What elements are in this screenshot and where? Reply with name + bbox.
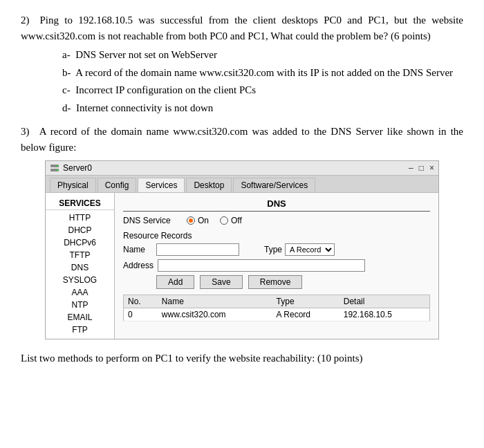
- sidebar-item-email[interactable]: EMAIL: [46, 311, 114, 324]
- address-input[interactable]: [158, 259, 365, 272]
- answer-b-label: b-: [62, 67, 71, 78]
- sidebar-item-http[interactable]: HTTP: [46, 212, 114, 224]
- tab-bar: Physical Config Services Desktop Softwar…: [46, 176, 438, 193]
- cell-name: www.csit320.com: [158, 308, 272, 321]
- question-4-text: List two methods to perform on PC1 to ve…: [21, 351, 463, 366]
- col-detail: Detail: [339, 295, 430, 308]
- sidebar-item-ftp[interactable]: FTP: [46, 324, 114, 336]
- sidebar-item-syslog[interactable]: SYSLOG: [46, 274, 114, 286]
- answer-c: c- Incorrect IP configuration on the cli…: [62, 82, 463, 100]
- services-sidebar: SERVICES HTTP DHCP DHCPv6 TFTP DNS SYSLO…: [46, 193, 115, 339]
- address-label: Address: [123, 261, 153, 270]
- tab-config[interactable]: Config: [97, 178, 137, 192]
- type-group: Type A Record: [264, 243, 335, 256]
- question-2: 2) Ping to 192.168.10.5 was successful f…: [21, 12, 463, 117]
- window-title: Server0: [63, 163, 92, 173]
- answer-a: a- DNS Server not set on WebServer: [62, 46, 463, 64]
- dns-panel: DNS DNS Service On Off Resource Records: [115, 193, 438, 339]
- sidebar-item-dhcp[interactable]: DHCP: [46, 224, 114, 236]
- close-button[interactable]: ×: [429, 163, 434, 173]
- radio-off-dot[interactable]: [220, 216, 228, 225]
- name-type-row: Name Type A Record: [123, 243, 430, 256]
- window-controls[interactable]: – □ ×: [409, 163, 434, 173]
- sim-body: SERVICES HTTP DHCP DHCPv6 TFTP DNS SYSLO…: [46, 193, 438, 339]
- q2-text: 2) Ping to 192.168.10.5 was successful f…: [21, 12, 463, 44]
- tab-desktop[interactable]: Desktop: [186, 178, 232, 192]
- simulator-window: Server0 – □ × Physical Config Services D…: [45, 160, 439, 339]
- sidebar-item-dns[interactable]: DNS: [46, 261, 114, 274]
- dns-service-label: DNS Service: [123, 216, 178, 225]
- radio-on-option[interactable]: On: [187, 216, 209, 225]
- radio-off-label: Off: [231, 216, 242, 225]
- remove-button[interactable]: Remove: [248, 275, 303, 289]
- radio-on-dot[interactable]: [187, 216, 195, 225]
- answer-d-text: Internet connectivity is not down: [76, 102, 213, 113]
- answer-c-label: c-: [62, 84, 71, 95]
- answer-c-text: Incorrect IP configuration on the client…: [75, 84, 256, 95]
- cell-no: 0: [124, 308, 158, 321]
- cell-type: A Record: [272, 308, 339, 321]
- resource-records-label: Resource Records: [123, 231, 430, 241]
- tab-software-services[interactable]: Software/Services: [233, 178, 315, 192]
- svg-point-3: [57, 169, 58, 171]
- radio-group: On Off: [187, 216, 242, 225]
- titlebar: Server0 – □ ×: [46, 161, 438, 176]
- name-input[interactable]: [156, 243, 239, 256]
- col-name: Name: [158, 295, 272, 308]
- answer-a-label: a-: [62, 49, 71, 60]
- add-button[interactable]: Add: [156, 275, 194, 289]
- buttons-row: Add Save Remove: [156, 275, 430, 289]
- table-header-row: No. Name Type Detail: [124, 295, 430, 308]
- cell-detail: 192.168.10.5: [339, 308, 430, 321]
- col-type: Type: [272, 295, 339, 308]
- save-button[interactable]: Save: [200, 275, 242, 289]
- sidebar-item-aaa[interactable]: AAA: [46, 286, 114, 299]
- server-icon: [50, 163, 59, 173]
- maximize-button[interactable]: □: [419, 163, 424, 173]
- radio-off-option[interactable]: Off: [220, 216, 242, 225]
- title-left: Server0: [50, 163, 92, 173]
- tab-physical[interactable]: Physical: [50, 178, 96, 192]
- answer-list: a- DNS Server not set on WebServer b- A …: [62, 46, 463, 117]
- table-row: 0 www.csit320.com A Record 192.168.10.5: [124, 308, 430, 321]
- tab-services[interactable]: Services: [138, 178, 185, 192]
- address-row: Address: [123, 259, 430, 272]
- dns-title: DNS: [123, 198, 430, 212]
- col-no: No.: [124, 295, 158, 308]
- sidebar-item-ntp[interactable]: NTP: [46, 299, 114, 311]
- question-3-text: 3) A record of the domain name www.csit3…: [21, 124, 463, 155]
- type-select[interactable]: A Record: [285, 243, 335, 256]
- answer-a-text: DNS Server not set on WebServer: [75, 49, 217, 60]
- sidebar-item-tftp[interactable]: TFTP: [46, 249, 114, 261]
- answer-d-label: d-: [62, 102, 71, 113]
- dns-service-row: DNS Service On Off: [123, 216, 430, 225]
- minimize-button[interactable]: –: [409, 163, 413, 173]
- answer-b: b- A record of the domain name www.csit3…: [62, 64, 463, 82]
- sidebar-item-dhcpv6[interactable]: DHCPv6: [46, 236, 114, 249]
- radio-on-label: On: [198, 216, 209, 225]
- svg-point-2: [57, 165, 58, 167]
- sidebar-header: SERVICES: [46, 196, 114, 210]
- dns-table: No. Name Type Detail 0 www.csit320.com A…: [123, 295, 430, 321]
- answer-b-text: A record of the domain name www.csit320.…: [75, 67, 453, 78]
- name-label: Name: [123, 245, 152, 254]
- type-label: Type: [264, 245, 282, 254]
- answer-d: d- Internet connectivity is not down: [62, 100, 463, 118]
